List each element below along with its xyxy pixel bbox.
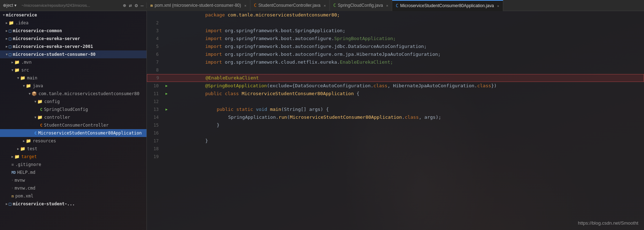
folder-icon: 📁 <box>20 75 25 80</box>
sidebar-item-main-app-file[interactable]: C MicroserviceStudentConsumer80Applicati… <box>0 129 146 137</box>
xml-file-icon: m <box>150 3 153 8</box>
sidebar-item-idea[interactable]: ▶ 📁 .idea <box>0 19 146 27</box>
target-folder-icon: 📁 <box>14 154 20 159</box>
chevron-down-icon: ▼ <box>17 76 19 80</box>
sidebar-item-help-md[interactable]: MD HELP.md <box>0 168 146 176</box>
line-code <box>170 145 644 153</box>
project-toolbar: ⊕ject ▾ ~/microservice/repository/t243/m… <box>0 3 147 8</box>
sidebar-item-label: .idea <box>15 20 28 25</box>
git-icon: ≡ <box>11 162 14 167</box>
keyword: import <box>205 59 225 65</box>
tab-main-app[interactable]: C MicroserviceStudentConsumer80Applicati… <box>392 0 503 11</box>
minimize-icon[interactable]: — <box>141 3 144 8</box>
folder-icon: 📁 <box>26 138 31 143</box>
sidebar-item-consumer-80[interactable]: ▼ □ microservice-student-consumer-80 <box>0 50 146 58</box>
line-number: 11 <box>147 90 163 98</box>
sidebar-item-com-package[interactable]: ▼ 📦 com.tanle.microservicestudentconsume… <box>0 90 146 98</box>
java-file-icon: C <box>396 3 398 8</box>
sidebar-item-gitignore[interactable]: ≡ .gitignore <box>0 161 146 168</box>
sidebar-item-student-controller[interactable]: C StudentConsumerController <box>0 121 146 129</box>
chevron-down-icon: ▼ <box>34 100 36 103</box>
sidebar-item-controller-folder[interactable]: ▼ 📁 controller <box>0 113 146 121</box>
file-icon: · <box>11 179 13 182</box>
line-number: 17 <box>147 137 163 145</box>
line-number: 9 <box>147 74 163 82</box>
sidebar-item-label: microservice-student-... <box>13 201 75 206</box>
line-number: 16 <box>147 129 163 137</box>
chevron-down-icon: ▼ <box>3 13 5 17</box>
line-number: 18 <box>147 145 163 153</box>
keyword: public <box>205 91 225 96</box>
java-file-icon: C <box>40 107 43 112</box>
sidebar-item-label: src <box>21 68 29 73</box>
sidebar-item-microservice[interactable]: ▼ microservice <box>0 11 146 19</box>
watermark: https://blog.csdn.net/Smootht <box>578 220 638 226</box>
sidebar-item-src[interactable]: ▼ 📁 src <box>0 66 146 74</box>
chevron-down-icon: ▼ <box>34 116 36 119</box>
java-file-icon: C <box>40 123 43 128</box>
sidebar-item-config[interactable]: ▼ 📁 config <box>0 98 146 106</box>
folder-icon: 📁 <box>20 146 25 151</box>
line-number: 12 <box>147 98 163 106</box>
chevron-down-icon: ▼ <box>23 84 25 88</box>
chevron-right-icon: ▶ <box>11 60 13 64</box>
settings-icon[interactable]: ⚙ <box>135 3 138 8</box>
sidebar-item-mvnw[interactable]: · mvnw <box>0 176 146 184</box>
sidebar-item-main[interactable]: ▼ 📁 main <box>0 74 146 82</box>
tab-close-icon[interactable]: ✕ <box>386 4 388 8</box>
add-icon[interactable]: ⊕ <box>123 3 126 8</box>
sidebar-item-eureka-server[interactable]: ▶ □ microservice-eureka-server <box>0 35 146 43</box>
sidebar-item-pom-xml[interactable]: m pom.xml <box>0 192 146 200</box>
sidebar-item-mvn[interactable]: ▶ 📁 .mvn <box>0 58 146 66</box>
run-button[interactable]: ▶ <box>165 90 168 98</box>
sidebar-item-java[interactable]: ▼ 📁 java <box>0 82 146 90</box>
folder-icon: 📁 <box>14 68 20 73</box>
sidebar-item-label: pom.xml <box>15 194 34 199</box>
folder-icon: 📁 <box>37 99 43 104</box>
md-icon: MD <box>11 171 16 175</box>
code-line: 17 } <box>147 137 644 145</box>
sidebar-item-label: mvnw <box>15 178 25 183</box>
xml-file-icon: m <box>11 194 14 199</box>
chevron-right-icon: ▶ <box>11 155 13 158</box>
sidebar-item-eureka-server-2001[interactable]: ▶ □ microservice-eureka-server-2001 <box>0 43 146 50</box>
sidebar-item-target[interactable]: ▶ 📁 target <box>0 153 146 161</box>
editor-area: package com.tanle.microservicestudentcon… <box>147 11 644 230</box>
chevron-down-icon: ▼ <box>6 53 8 56</box>
layout-icon[interactable]: ⇄ <box>129 3 132 8</box>
module-icon: □ <box>9 44 11 49</box>
line-gutter: ▶ <box>163 90 170 98</box>
line-number: 14 <box>147 113 163 121</box>
sidebar-item-test[interactable]: ▶ 📁 test <box>0 145 146 153</box>
run-button[interactable]: ▶ <box>165 106 168 113</box>
code-line: 15 } <box>147 121 644 129</box>
tab-close-icon[interactable]: ✕ <box>497 4 499 8</box>
code-text: } <box>205 138 208 143</box>
tab-close-icon[interactable]: ✕ <box>244 4 246 8</box>
sidebar-item-mvnw-cmd[interactable]: · mvnw.cmd <box>0 184 146 192</box>
sidebar-item-bottom-module[interactable]: ▶ □ microservice-student-... <box>0 200 146 208</box>
chevron-right-icon: ▶ <box>6 21 8 25</box>
chevron-right-icon: ▶ <box>6 202 8 206</box>
tab-spring-cloud-config[interactable]: C SpringCloudConfig.java ✕ <box>330 0 392 11</box>
package-path: com.tanle.microservicestudentconsumer80; <box>228 12 340 18</box>
code-line: package com.tanle.microservicestudentcon… <box>147 11 644 19</box>
file-icon: · <box>11 187 13 190</box>
chevron-down-icon: ▼ <box>11 68 13 72</box>
tab-student-controller[interactable]: C StudentConsumerController.java ✕ <box>250 0 330 11</box>
editor-content[interactable]: package com.tanle.microservicestudentcon… <box>147 11 644 230</box>
line-number: 7 <box>147 58 163 66</box>
tab-bar: ⊕ject ▾ ~/microservice/repository/t243/m… <box>0 0 644 11</box>
line-gutter: ▶ <box>163 106 170 113</box>
sidebar-item-label: .gitignore <box>15 162 41 167</box>
sidebar-item-spring-cloud-config[interactable]: C SpringCloudConfig <box>0 106 146 113</box>
keyword: class <box>225 91 242 96</box>
sidebar-item-resources[interactable]: ▶ 📁 resources <box>0 137 146 145</box>
run-button[interactable]: ▶ <box>165 82 168 90</box>
sidebar-item-common[interactable]: ▶ □ microservice-common <box>0 27 146 35</box>
tab-pom-xml[interactable]: m pom.xml (microservice-student-consumer… <box>147 0 250 11</box>
line-number: 19 <box>147 153 163 161</box>
tab-close-icon[interactable]: ✕ <box>324 4 326 8</box>
sidebar-item-label: controller <box>44 115 70 120</box>
chevron-right-icon: ▶ <box>23 139 25 143</box>
